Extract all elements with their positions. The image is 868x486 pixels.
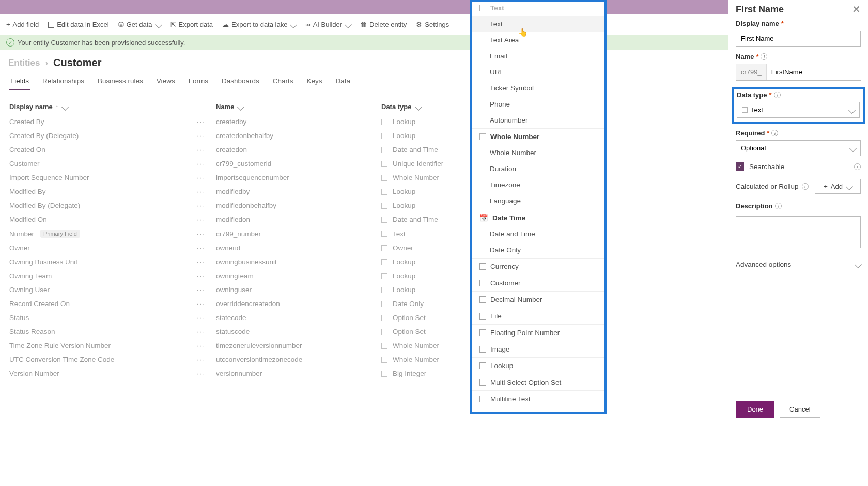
row-menu-icon[interactable]: ··· — [197, 188, 206, 195]
row-menu-icon[interactable]: ··· — [197, 244, 206, 252]
dropdown-option-duration[interactable]: Duration — [472, 161, 605, 177]
row-menu-icon[interactable]: ··· — [197, 258, 206, 266]
dropdown-option-image[interactable]: Image — [472, 341, 605, 357]
info-icon[interactable]: i — [775, 203, 782, 209]
tab-charts[interactable]: Charts — [272, 73, 295, 90]
gear-icon: ⚙ — [416, 21, 422, 28]
datatype-dropdown[interactable]: Text TextText AreaEmailURLTicker SymbolP… — [470, 0, 607, 381]
column-header-name[interactable]: Name — [216, 103, 381, 111]
ai-builder-button[interactable]: ∞AI Builder — [305, 21, 351, 28]
dropdown-option-multi-select-option-set[interactable]: Multi Select Option Set — [472, 374, 605, 381]
dropdown-option-text[interactable]: Text — [472, 16, 605, 32]
type-icon — [381, 315, 388, 321]
row-menu-icon[interactable]: ··· — [197, 356, 206, 363]
tab-dashboards[interactable]: Dashboards — [221, 73, 260, 90]
dropdown-option-email[interactable]: Email — [472, 48, 605, 64]
info-icon[interactable]: i — [802, 183, 809, 190]
type-icon — [479, 313, 486, 320]
row-menu-icon[interactable]: ··· — [197, 342, 206, 350]
column-header-type[interactable]: Data type — [381, 103, 421, 111]
row-menu-icon[interactable]: ··· — [197, 300, 206, 308]
add-button[interactable]: +Add — [815, 179, 861, 194]
tab-forms[interactable]: Forms — [188, 73, 209, 90]
breadcrumb-parent[interactable]: Entities — [8, 58, 40, 68]
dropdown-option-currency[interactable]: Currency — [472, 258, 605, 275]
tab-keys[interactable]: Keys — [305, 73, 323, 90]
tab-data[interactable]: Data — [334, 73, 351, 90]
row-menu-icon[interactable]: ··· — [197, 132, 206, 140]
row-menu-icon[interactable]: ··· — [197, 286, 206, 294]
name-input-wrapper: cr799_ — [736, 64, 861, 81]
add-field-button[interactable]: +Add field — [6, 21, 39, 28]
dropdown-option-language[interactable]: Language — [472, 193, 605, 209]
dropdown-option-floating-point-number[interactable]: Floating Point Number — [472, 324, 605, 341]
tab-views[interactable]: Views — [156, 73, 176, 90]
row-menu-icon[interactable]: ··· — [197, 202, 206, 209]
dropdown-option-decimal-number[interactable]: Decimal Number — [472, 291, 605, 308]
dropdown-option-ticker-symbol[interactable]: Ticker Symbol — [472, 80, 605, 96]
dropdown-option-url[interactable]: URL — [472, 64, 605, 80]
primary-field-badge: Primary Field — [40, 230, 80, 238]
type-icon — [479, 379, 486, 381]
column-header-display[interactable]: Display name↑ — [9, 103, 216, 111]
row-menu-icon[interactable]: ··· — [197, 272, 206, 280]
dropdown-option-customer[interactable]: Customer — [472, 275, 605, 291]
name-input[interactable] — [767, 64, 863, 80]
row-menu-icon[interactable]: ··· — [197, 216, 206, 223]
edit-excel-button[interactable]: Edit data in Excel — [48, 21, 109, 28]
display-name-input[interactable] — [736, 31, 861, 47]
dropdown-option-date-only[interactable]: Date Only — [472, 242, 605, 258]
row-menu-icon[interactable]: ··· — [197, 146, 206, 154]
type-icon — [381, 203, 388, 209]
info-icon[interactable]: i — [854, 163, 861, 170]
get-data-button[interactable]: ⛁Get data — [118, 21, 161, 28]
type-icon — [479, 263, 486, 270]
close-icon[interactable]: ✕ — [852, 3, 861, 16]
datatype-select[interactable]: Text — [737, 102, 860, 118]
required-select[interactable]: Optional — [736, 140, 861, 156]
info-icon[interactable]: i — [774, 92, 781, 98]
row-menu-icon[interactable]: ··· — [197, 118, 206, 126]
type-icon — [381, 217, 388, 223]
datatype-highlight: Data type*i Text — [732, 87, 865, 124]
tab-relationships[interactable]: Relationships — [41, 73, 85, 90]
type-icon — [381, 273, 388, 279]
row-menu-icon[interactable]: ··· — [197, 328, 206, 336]
cursor-icon: 👆 — [518, 28, 528, 37]
group-whole-number: Whole Number — [472, 128, 605, 145]
row-menu-icon[interactable]: ··· — [197, 370, 206, 377]
row-menu-icon[interactable]: ··· — [197, 174, 206, 181]
chevron-down-icon — [61, 103, 69, 110]
tab-business-rules[interactable]: Business rules — [97, 73, 144, 90]
settings-button[interactable]: ⚙Settings — [416, 21, 449, 28]
dropdown-option-date-and-time[interactable]: Date and Time — [472, 226, 605, 242]
export-lake-button[interactable]: ☁Export to data lake — [222, 21, 296, 28]
dropdown-option-autonumber[interactable]: Autonumber — [472, 112, 605, 128]
type-icon — [381, 301, 388, 307]
trash-icon: 🗑 — [360, 21, 367, 28]
info-icon[interactable]: i — [761, 53, 767, 60]
excel-icon — [48, 22, 54, 28]
row-menu-icon[interactable]: ··· — [197, 160, 206, 168]
type-icon — [381, 231, 388, 237]
row-menu-icon[interactable]: ··· — [197, 230, 206, 238]
dropdown-option-whole-number[interactable]: Whole Number — [472, 145, 605, 161]
chevron-down-icon — [848, 106, 856, 113]
export-data-button[interactable]: ⇱Export data — [171, 21, 213, 28]
searchable-checkbox[interactable]: ✓ — [736, 162, 744, 171]
delete-entity-button[interactable]: 🗑Delete entity — [360, 21, 407, 28]
description-textarea[interactable] — [736, 216, 861, 248]
dropdown-option-text-area[interactable]: Text Area — [472, 32, 605, 48]
export-icon: ⇱ — [171, 21, 176, 28]
type-icon — [381, 259, 388, 265]
tab-fields[interactable]: Fields — [9, 73, 30, 90]
advanced-options-toggle[interactable]: Advanced options — [736, 261, 861, 268]
dropdown-option-lookup[interactable]: Lookup — [472, 357, 605, 374]
chevron-down-icon — [849, 144, 857, 151]
dropdown-option-file[interactable]: File — [472, 308, 605, 324]
dropdown-option-timezone[interactable]: Timezone — [472, 177, 605, 193]
info-icon[interactable]: i — [771, 130, 778, 136]
row-menu-icon[interactable]: ··· — [197, 314, 206, 322]
panel-title: First Name — [736, 4, 784, 15]
dropdown-option-phone[interactable]: Phone — [472, 96, 605, 112]
